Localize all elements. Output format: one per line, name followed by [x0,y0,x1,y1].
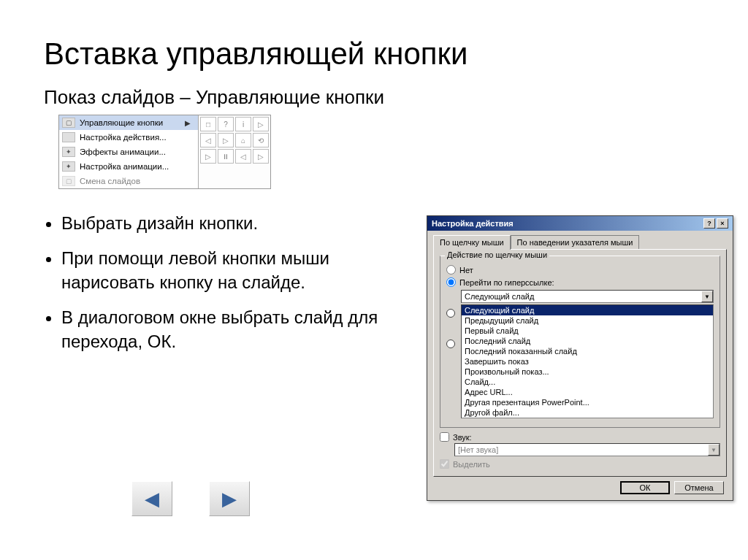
list-item[interactable]: Слайд... [462,377,713,387]
dialog-body: По щелчку мыши По наведении указателя мы… [427,231,733,500]
shape-button[interactable]: ▷ [253,117,269,131]
menu-item-custom-animation[interactable]: ✦ Настройка анимации... [59,159,198,174]
arrow-left-icon: ◀ [145,488,159,510]
menu-item-label: Настройка действия... [80,133,167,142]
slide-subtitle: Показ слайдов – Управляющие кнопки [44,86,704,109]
menu-icon [62,132,75,142]
shape-button[interactable]: ? [218,117,234,131]
menu-icon: ▢ [62,118,75,128]
radio-run-macro[interactable] [446,340,455,348]
cancel-button[interactable]: Отмена [674,481,724,494]
action-button-palette: □ ? i ▷ ◁ ▷ ⌂ ⟲ ▷ ⏸ ◁ ▷ [198,115,270,188]
next-slide-button[interactable]: ▶ [209,481,250,516]
menu-item-animation-effects[interactable]: ✦ Эффекты анимации... [59,145,198,159]
list-item[interactable]: Последний слайд [462,336,713,346]
bullet-list: Выбрать дизайн кнопки. При помощи левой … [44,211,387,364]
prev-slide-button[interactable]: ◀ [131,481,172,516]
list-item[interactable]: Предыдущий слайд [462,315,713,326]
shape-button[interactable]: ◁ [235,149,251,164]
help-button[interactable]: ? [703,218,715,229]
shape-button[interactable]: ⟲ [253,133,269,147]
radio-hyperlink-row[interactable]: Перейти по гиперссылке: [446,277,714,287]
highlight-row: Выделить [440,459,720,469]
list-item[interactable]: Первый слайд [462,326,713,336]
shape-button[interactable]: ▷ [253,149,269,164]
submenu-arrow-icon: ▶ [185,119,191,127]
dialog-title-text: Настройка действия [432,219,514,228]
sound-label: Звук: [453,433,472,442]
tab-mouse-click[interactable]: По щелчку мыши [433,235,511,250]
ok-button[interactable]: ОК [620,481,670,494]
bullet-item: При помощи левой кнопки мыши нарисовать … [61,246,387,295]
sound-combo: [Нет звука] ▼ [454,443,720,456]
sound-checkbox[interactable] [440,432,449,442]
slide: Вставка управляющей кнопки Показ слайдов… [0,0,748,560]
bullet-text: В диалоговом окне выбрать слайд для пере… [61,307,378,352]
slide-title: Вставка управляющей кнопки [44,37,704,72]
action-group: Нет Перейти по гиперссылке: Следующий сл… [440,256,720,428]
combo-value: Следующий слайд [465,292,534,301]
highlight-checkbox [440,459,449,469]
menu-icon: ▢ [62,176,75,186]
list-item[interactable]: Другая презентация PowerPoint... [462,397,713,407]
menu-screenshot: ▢ Управляющие кнопки ▶ Настройка действи… [58,115,271,189]
radio-label: Перейти по гиперссылке: [459,278,554,287]
shape-button[interactable]: ▷ [200,149,216,164]
nav-buttons: ◀ ▶ [131,481,250,516]
sound-row: Звук: [440,432,720,442]
list-item[interactable]: Последний показанный слайд [462,346,713,356]
list-item[interactable]: Другой файл... [462,407,713,418]
dialog-buttons: ОК Отмена [433,477,727,494]
bullet-item: В диалоговом окне выбрать слайд для пере… [61,305,387,354]
tab-panel: Нет Перейти по гиперссылке: Следующий сл… [433,249,727,477]
close-button[interactable]: × [717,218,728,229]
bullet-item: Выбрать дизайн кнопки. [61,211,387,236]
menu-item-action-settings[interactable]: Настройка действия... [59,130,198,145]
dropdown-icon[interactable]: ▼ [701,291,713,302]
menu-item-label: Управляющие кнопки [80,118,163,127]
list-item[interactable]: Адрес URL... [462,387,713,397]
sound-value: [Нет звука] [458,445,498,454]
menu-item-label: Смена слайдов [80,177,140,185]
arrow-right-icon: ▶ [222,488,237,510]
menu-icon: ✦ [62,147,75,157]
radio-none-row[interactable]: Нет [446,265,714,275]
shape-button[interactable]: ⏸ [218,149,234,164]
shape-button[interactable]: ▷ [218,133,234,147]
menu-item-action-buttons[interactable]: ▢ Управляющие кнопки ▶ [59,115,198,130]
list-item[interactable]: Произвольный показ... [462,367,713,377]
action-settings-dialog: Настройка действия ? × По щелчку мыши По… [427,215,733,501]
radio-hyperlink[interactable] [446,277,456,287]
hyperlink-listbox[interactable]: Следующий слайд Предыдущий слайд Первый … [461,304,714,418]
menu-column: ▢ Управляющие кнопки ▶ Настройка действи… [59,115,198,188]
menu-item-slide-transition[interactable]: ▢ Смена слайдов [59,174,198,188]
radio-run-program[interactable] [446,309,455,318]
menu-item-label: Настройка анимации... [80,162,169,171]
list-item[interactable]: Завершить показ [462,356,713,367]
tab-strip: По щелчку мыши По наведении указателя мы… [433,235,727,249]
radio-none[interactable] [446,265,456,275]
highlight-label: Выделить [453,460,490,469]
shape-button[interactable]: ⌂ [235,133,251,147]
dialog-titlebar[interactable]: Настройка действия ? × [427,216,733,231]
dropdown-icon: ▼ [708,444,720,456]
radio-label: Нет [459,266,473,275]
tab-mouse-over[interactable]: По наведении указателя мыши [511,235,640,249]
list-item[interactable]: Следующий слайд [462,305,713,315]
hyperlink-combo[interactable]: Следующий слайд ▼ [461,290,714,303]
shape-button[interactable]: ◁ [200,133,216,147]
menu-item-label: Эффекты анимации... [80,147,166,156]
shape-button[interactable]: □ [200,117,216,131]
menu-icon: ✦ [62,161,75,172]
shape-button[interactable]: i [235,117,251,131]
